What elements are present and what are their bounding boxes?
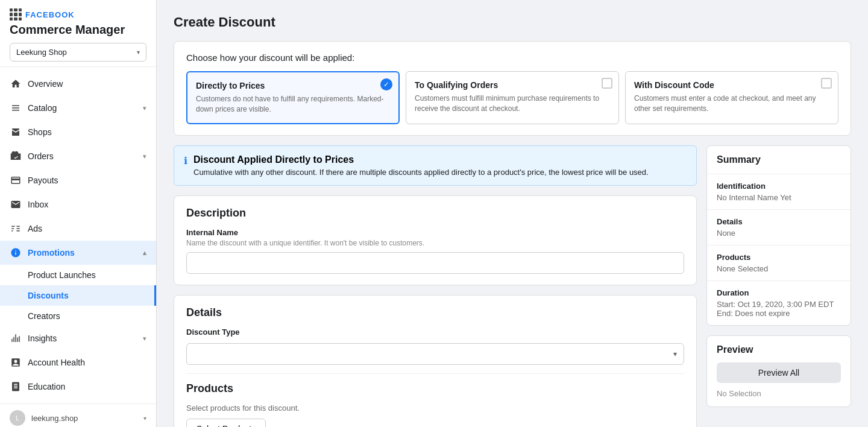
summary-header: Summary [707,146,851,174]
preview-panel: Preview Preview All No Selection [706,335,851,407]
sidebar-item-orders[interactable]: Orders ▾ [0,144,156,168]
info-title: Discount Applied Directly to Prices [193,154,649,165]
discount-type-select-wrapper: ▾ [186,343,684,365]
ads-icon [10,223,22,235]
payouts-icon [10,174,22,186]
info-content: Discount Applied Directly to Prices Cumu… [193,154,649,177]
preview-all-button[interactable]: Preview All [717,362,841,383]
summary-details-value: None [717,229,841,238]
sidebar-sub-item-discounts[interactable]: Discounts [0,285,156,306]
preview-inner: Preview Preview All No Selection [707,336,851,406]
summary-duration-end: End: Does not expire [717,309,841,318]
sidebar-item-label: Payouts [28,176,146,185]
discount-type-options: Directly to Prices Customers do not have… [186,71,838,124]
sidebar: FACEBOOK Commerce Manager Leekung Shop ▾… [0,0,157,427]
summary-duration-title: Duration [717,288,841,297]
sidebar-item-shops[interactable]: Shops [0,120,156,144]
sidebar-item-ads[interactable]: Ads [0,217,156,241]
sidebar-sub-item-creators[interactable]: Creators [0,306,156,326]
sidebar-item-catalog[interactable]: Catalog ▾ [0,96,156,120]
sidebar-item-label: Shops [28,127,146,137]
sidebar-item-inbox[interactable]: Inbox [0,192,156,217]
sidebar-item-label: Catalog [28,103,137,113]
check-icon: ✓ [380,78,392,90]
sidebar-item-payouts[interactable]: Payouts [0,168,156,192]
chevron-down-icon: ▾ [143,104,146,112]
footer-store-item[interactable]: L leekung.shop ▾ [10,410,146,426]
summary-panel: Summary Identification No Internal Name … [706,145,851,326]
products-description: Select products for this discount. [186,403,684,413]
info-banner: ℹ Discount Applied Directly to Prices Cu… [174,145,697,186]
sidebar-header: FACEBOOK Commerce Manager Leekung Shop ▾ [0,0,156,67]
summary-duration-start: Start: Oct 19, 2020, 3:00 PM EDT [717,300,841,309]
sidebar-item-overview[interactable]: Overview [0,72,156,96]
orders-icon [10,150,22,162]
content-left: ℹ Discount Applied Directly to Prices Cu… [174,145,697,427]
summary-products-value: None Selected [717,264,841,273]
content-right: Summary Identification No Internal Name … [706,145,851,427]
discount-option-directly[interactable]: Directly to Prices Customers do not have… [186,71,400,124]
discount-option-qualifying[interactable]: To Qualifying Orders Customers must fulf… [406,71,619,124]
shop-selector-label: Leekung Shop [16,48,67,57]
info-description: Cumulative with any other discount. If t… [193,168,649,177]
sub-item-label: Discounts [28,291,69,300]
sidebar-footer: L leekung.shop ▾ [0,403,156,427]
sub-item-label: Product Launches [28,270,96,280]
chevron-down-icon: ▾ [143,153,146,160]
fb-logo-text: FACEBOOK [25,10,75,19]
discount-type-card: Choose how your discount will be applied… [174,41,851,136]
description-section-title: Description [186,207,684,220]
account-health-icon [10,356,22,368]
uncheck-box [602,78,612,89]
sidebar-item-label: Overview [28,79,146,89]
sidebar-sub-item-product-launches[interactable]: Product Launches [0,265,156,285]
content-row: ℹ Discount Applied Directly to Prices Cu… [174,145,851,427]
summary-identification: Identification No Internal Name Yet [707,174,851,210]
sidebar-item-account-health[interactable]: Account Health [0,350,156,375]
products-section-title: Products [186,382,684,395]
chevron-down-icon: ▾ [143,335,146,343]
sub-item-label: Creators [28,311,60,321]
internal-name-hint: Name the discount with a unique identifi… [186,239,684,247]
internal-name-input[interactable] [186,252,684,274]
option-desc: Customers do not have to fulfill any req… [196,94,390,115]
discount-type-select[interactable] [186,343,684,365]
summary-products-title: Products [717,253,841,262]
app-title: Commerce Manager [10,23,146,37]
summary-details: Details None [707,210,851,245]
store-avatar: L [10,410,25,426]
shop-selector-arrow: ▾ [137,49,140,55]
no-selection-label: No Selection [717,389,841,398]
summary-details-title: Details [717,217,841,226]
promotions-icon [10,247,22,259]
insights-icon [10,332,22,344]
option-title: To Qualifying Orders [415,80,610,90]
sidebar-item-label: Ads [28,224,146,233]
store-label: leekung.shop [31,414,78,423]
fb-logo: FACEBOOK [10,8,146,21]
option-title: Directly to Prices [196,81,390,90]
discount-option-code[interactable]: With Discount Code Customers must enter … [625,71,838,124]
select-products-button[interactable]: Select Products [186,419,266,427]
summary-duration: Duration Start: Oct 19, 2020, 3:00 PM ED… [707,281,851,325]
education-icon [10,381,22,393]
nav-list: Overview Catalog ▾ Shops Orders ▾ [0,67,156,403]
divider [186,373,684,374]
sidebar-item-education[interactable]: Education [0,375,156,399]
main-content: Create Discount Choose how your discount… [157,0,868,427]
sidebar-item-label: Education [28,382,146,391]
sidebar-item-label: Account Health [28,358,146,367]
details-card: Details Discount Type ▾ Products Select … [174,295,697,427]
details-section-title: Details [186,306,684,319]
shop-selector[interactable]: Leekung Shop ▾ [10,43,146,62]
discount-type-title: Choose how your discount will be applied… [186,52,838,63]
sidebar-item-promotions[interactable]: Promotions ▴ [0,241,156,265]
inbox-icon [10,198,22,210]
chevron-up-icon: ▴ [143,249,146,257]
internal-name-label: Internal Name [186,228,684,237]
grid-icon [10,8,22,21]
summary-products: Products None Selected [707,245,851,281]
store-arrow: ▾ [143,415,146,422]
sidebar-item-insights[interactable]: Insights ▾ [0,326,156,350]
info-icon: ℹ [184,155,187,177]
